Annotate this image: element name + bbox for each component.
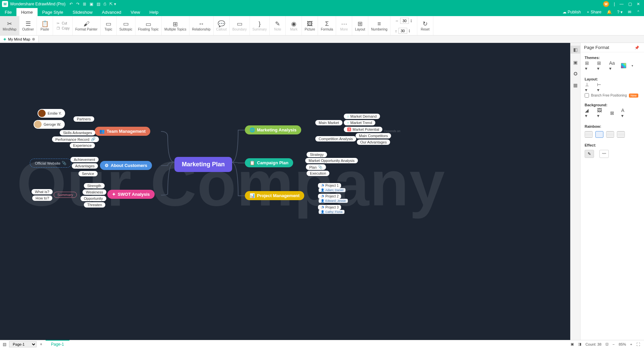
layout-branch-icon[interactable]: ⊢ ▾ (597, 84, 603, 91)
fit-icon[interactable]: ⊡ (605, 342, 608, 346)
ribbon-reset[interactable]: ↻Reset (417, 16, 433, 35)
theme-preset-2-icon[interactable]: ⊞ ▾ (597, 62, 603, 69)
node-skills[interactable]: Skills Advantages (60, 130, 95, 135)
undo-icon[interactable]: ↶ (69, 2, 73, 6)
node-campaign-plan[interactable]: 📋Campaign Plan (245, 158, 293, 167)
ribbon-topic[interactable]: ▭Topic (101, 16, 117, 35)
node-team-management[interactable]: 👥Team Management (95, 127, 150, 136)
maximize-icon[interactable]: ▢ (628, 2, 632, 6)
tab-clipart-icon[interactable]: ▦ (573, 82, 578, 88)
rainbow-opt-4[interactable] (617, 131, 625, 138)
bg-remove-icon[interactable]: ⊠ (609, 110, 615, 116)
page-selector[interactable]: Page-1 (9, 341, 37, 347)
node-person-emilie[interactable]: Emilie Y. (38, 109, 65, 118)
node-main-market[interactable]: Main Market (315, 120, 342, 125)
menu-advanced[interactable]: Advanced (97, 8, 126, 16)
node-summary[interactable]: Summary (54, 192, 77, 198)
ribbon-copy[interactable]: ❐Copy (55, 26, 70, 31)
node-our-advantages[interactable]: Our Advantages (357, 139, 390, 145)
ribbon-format-painter[interactable]: 🖌Format Painter (73, 16, 101, 35)
theme-preset-1-icon[interactable]: ⊞ ▾ (585, 62, 591, 69)
page-tab[interactable]: Page-1 (46, 340, 69, 348)
assignee-3[interactable]: 👤 Cathy; Fiona (319, 210, 344, 214)
ribbon-numbering[interactable]: ≡Numbering (368, 16, 390, 35)
node-marketing-analysis[interactable]: 🌐Marketing Analysis (245, 125, 301, 134)
node-swot[interactable]: ✦SWOT Analysis (107, 190, 155, 199)
tab-style-icon[interactable]: ▣ (573, 60, 578, 65)
node-weakness[interactable]: Weakness (83, 189, 106, 195)
assignee-1[interactable]: 👤 Adam; Daniel (319, 188, 345, 192)
ribbon-floating-topic[interactable]: ▭Floating Topic (136, 16, 162, 35)
notifications-icon[interactable]: 🔔 (607, 10, 612, 14)
tab-page-format-icon[interactable]: ◧ (571, 46, 580, 54)
rainbow-opt-3[interactable] (606, 131, 614, 138)
ribbon-formula[interactable]: ΣFormula (318, 16, 336, 35)
menu-home[interactable]: Home (16, 8, 38, 16)
menu-page-style[interactable]: Page Style (38, 8, 68, 16)
ribbon-subtopic[interactable]: ▭Subtopic (117, 16, 136, 35)
node-project-1[interactable]: Project 1 (318, 183, 341, 188)
node-service[interactable]: Service (78, 171, 98, 176)
ribbon-height-spinner[interactable]: ↕▲▼ (392, 26, 415, 36)
menu-view[interactable]: View (126, 8, 145, 16)
menu-help[interactable]: Help (145, 8, 163, 16)
fullscreen-icon[interactable]: ⛶ (636, 342, 640, 346)
save-icon[interactable]: ▤ (97, 2, 100, 6)
rainbow-opt-1[interactable] (585, 131, 593, 138)
effect-solid-icon[interactable]: ✎ (585, 150, 594, 158)
ribbon-boundary[interactable]: ▭Boundary (230, 16, 250, 35)
node-strength[interactable]: Strength (84, 183, 105, 188)
message-icon[interactable]: ✉ (628, 10, 631, 14)
node-market-demand[interactable]: ↑Market Demand (344, 114, 380, 119)
node-moa[interactable]: Market Opportunity Analysis (305, 158, 358, 163)
tab-icons-icon[interactable]: ✪ (574, 71, 578, 76)
print-icon[interactable]: ⎙ (104, 2, 106, 6)
central-topic[interactable]: Marketing Plan (174, 157, 232, 172)
branch-free-checkbox[interactable]: Branch Free Positioning New (585, 93, 640, 98)
node-opportunity[interactable]: Opportunity (80, 196, 106, 201)
doc-tab[interactable]: ◈ My Mind Map (0, 36, 39, 42)
bg-fill-icon[interactable]: ◢ ▾ (585, 110, 591, 116)
menu-file[interactable]: File (0, 8, 16, 16)
canvas[interactable]: Our Company Marketing Plan 👥Team Managem… (0, 43, 570, 340)
close-icon[interactable]: ✕ (637, 2, 640, 6)
view-mode-2-icon[interactable]: ◨ (578, 342, 581, 346)
open-icon[interactable]: ▣ (90, 2, 93, 6)
node-competitors[interactable]: Main Competitors (356, 133, 391, 138)
node-threaten[interactable]: Threaten (84, 202, 105, 208)
node-market-potential[interactable]: ?Market Potential (344, 127, 382, 132)
node-competition[interactable]: Competition Analysis (315, 136, 356, 141)
user-avatar[interactable]: W (603, 1, 609, 7)
add-page-button[interactable]: + (40, 342, 42, 347)
node-about-customers[interactable]: ⚙About Customers (100, 161, 152, 170)
ribbon-layout[interactable]: ⊞Layout (352, 16, 368, 35)
ribbon-summary[interactable]: }Summary (250, 16, 270, 35)
ribbon-relationship[interactable]: ↔Relationship (190, 16, 214, 35)
node-plan[interactable]: Plan 📎 (306, 164, 326, 170)
ribbon-mindmap[interactable]: ✂MindMap (0, 16, 19, 35)
ribbon-cut[interactable]: ✂Cut (55, 21, 70, 26)
node-partners[interactable]: Partners (73, 116, 94, 122)
node-project-management[interactable]: 📊Project Management (245, 191, 304, 200)
rainbow-opt-2[interactable] (595, 131, 603, 138)
effect-sketch-icon[interactable]: 〰 (599, 150, 609, 158)
pin-icon[interactable]: 📌 (635, 46, 639, 50)
node-project-2[interactable]: Project 2 (318, 194, 341, 199)
pages-icon[interactable]: ▤ (3, 342, 6, 347)
node-project-3[interactable]: Project 3 (318, 205, 341, 210)
node-performance[interactable]: Performance Record 🔗 (52, 136, 99, 142)
bg-image-icon[interactable]: 🖼 ▾ (597, 110, 603, 116)
bg-watermark-icon[interactable]: A ▾ (621, 110, 628, 116)
zoom-in-button[interactable]: + (630, 342, 632, 346)
node-experience[interactable]: Experience (70, 143, 95, 148)
ribbon-more[interactable]: ⋯More (336, 16, 352, 35)
layout-tree-icon[interactable]: ⊥ ▾ (585, 84, 591, 91)
redo-icon[interactable]: ↷ (76, 2, 79, 6)
ribbon-outliner[interactable]: ☰Outliner (19, 16, 37, 35)
help-icon[interactable]: ? ▾ (617, 10, 623, 14)
node-what-is[interactable]: What is? (32, 189, 53, 194)
node-official-website[interactable]: Official Website 📎 (31, 160, 70, 167)
ribbon-multiple-topics[interactable]: ⊞Multiple Topics (162, 16, 189, 35)
publish-button[interactable]: ☁ Publish (562, 10, 581, 14)
node-strategy[interactable]: Strategy (307, 152, 327, 157)
